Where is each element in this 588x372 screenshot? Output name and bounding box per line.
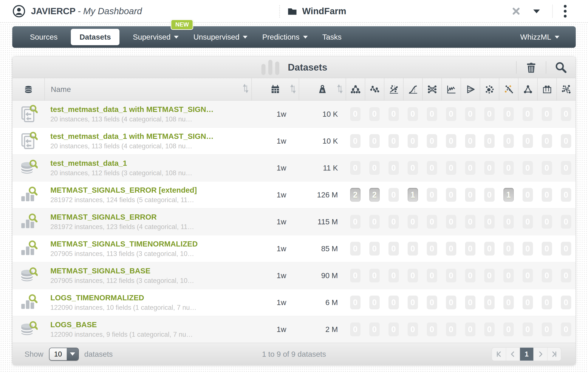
- previous-page-button[interactable]: [506, 348, 520, 361]
- dataset-name-link[interactable]: LOGS_BASE: [50, 320, 251, 329]
- count-cell: 0: [346, 215, 365, 229]
- user-avatar-icon[interactable]: [12, 5, 25, 18]
- count-cell: 0: [556, 161, 576, 175]
- nav-unsupervised[interactable]: Unsupervised: [186, 33, 255, 41]
- association-column-header[interactable]: [518, 78, 537, 100]
- count-cell: 0: [518, 296, 537, 309]
- project-selector[interactable]: WindFarm: [287, 0, 346, 22]
- model-count-badge: 0: [350, 215, 360, 229]
- model-column-header[interactable]: [346, 78, 365, 100]
- page-size-select[interactable]: 10: [49, 348, 79, 361]
- dataset-name-link[interactable]: METMAST_SIGNALS_BASE: [50, 266, 251, 275]
- dataset-size: 11 K: [299, 164, 346, 172]
- count-cell: 0: [384, 296, 403, 309]
- sort-by-name[interactable]: [243, 83, 248, 96]
- deepnet-count-badge: 0: [427, 215, 437, 229]
- cluster-count-badge: 0: [484, 107, 494, 121]
- count-cell: 0: [346, 296, 365, 309]
- table-row[interactable]: METMAST_SIGNALS_ERROR [extended]281972 i…: [12, 181, 576, 208]
- association-count-badge: 0: [523, 107, 533, 121]
- kebab-menu-icon[interactable]: [564, 4, 567, 18]
- dataset-name-link[interactable]: METMAST_SIGNALS_TIMENORMALIZED: [50, 240, 251, 248]
- time-series-count-badge: 0: [446, 269, 456, 282]
- table-row[interactable]: test_metmast_data_1 with METMAST_SIGN…20…: [12, 128, 576, 154]
- anomaly-count-badge: 0: [504, 134, 514, 148]
- table-row[interactable]: LOGS_BASE122090 instances, 9 fields (1 c…: [12, 316, 576, 343]
- count-cell: 0: [480, 161, 499, 175]
- dataset-name-link[interactable]: test_metmast_data_1 with METMAST_SIGN…: [50, 105, 251, 114]
- logistic-regression-count-badge: 0: [408, 269, 418, 282]
- pca-column-header[interactable]: [556, 78, 576, 100]
- count-cell: 0: [441, 296, 461, 309]
- svg-text:B: B: [321, 89, 324, 93]
- count-cell: 0: [365, 242, 384, 255]
- last-page-button[interactable]: [547, 348, 561, 361]
- table-row[interactable]: METMAST_SIGNALS_ERROR281972 instances, 1…: [12, 208, 576, 235]
- count-cell: 0: [346, 161, 365, 175]
- deepnet-count-badge: 0: [427, 269, 437, 282]
- topic-model-count-badge: 0: [542, 107, 552, 121]
- dataset-name-link[interactable]: test_metmast_data_1 with METMAST_SIGN…: [50, 132, 251, 141]
- linear-regression-count-badge: 0: [388, 215, 399, 229]
- dataset-age: 1w: [251, 298, 299, 307]
- dataset-age: 1w: [251, 244, 299, 253]
- trash-icon[interactable]: [516, 61, 546, 74]
- datasets-bars-icon: [261, 58, 281, 76]
- count-cell: 0: [422, 188, 441, 202]
- close-project-icon[interactable]: [511, 6, 521, 16]
- anomaly-column-header[interactable]: [499, 78, 518, 100]
- pca-count-badge: 0: [561, 134, 571, 148]
- dataset-age: 1w: [251, 325, 299, 334]
- ensemble-count-badge: 0: [369, 107, 380, 121]
- dataset-size: 115 M: [299, 217, 346, 226]
- dataset-age: 1w: [251, 271, 299, 280]
- count-cell: 0: [441, 134, 461, 148]
- dataset-name-link[interactable]: LOGS_TIMENORMALIZED: [50, 293, 251, 302]
- table-row[interactable]: test_metmast_data_120 instances, 112 fie…: [12, 154, 576, 181]
- ensemble-column-header[interactable]: [365, 78, 384, 100]
- dataset-name-link[interactable]: METMAST_SIGNALS_ERROR: [50, 213, 251, 221]
- topic-model-column-header[interactable]: [537, 78, 556, 100]
- nav-tasks[interactable]: Tasks: [315, 33, 349, 41]
- database-dataset-icon: [12, 320, 44, 339]
- count-cell: 0: [403, 296, 422, 309]
- cluster-column-header[interactable]: [480, 78, 499, 100]
- linear-regression-count-badge: 0: [388, 296, 399, 309]
- dataset-size: 90 M: [299, 271, 346, 280]
- dataset-name-link[interactable]: test_metmast_data_1: [50, 159, 251, 168]
- nav-predictions[interactable]: Predictions: [255, 33, 315, 41]
- count-cell: 0: [556, 296, 576, 309]
- table-row[interactable]: METMAST_SIGNALS_TIMENORMALIZED207905 ins…: [12, 235, 576, 262]
- nav-supervised[interactable]: SupervisedNEW: [126, 33, 186, 41]
- count-cell: 0: [384, 188, 403, 202]
- count-cell: 0: [365, 215, 384, 229]
- current-page-button[interactable]: 1: [520, 348, 533, 361]
- dataset-name-link[interactable]: METMAST_SIGNALS_ERROR [extended]: [50, 186, 251, 194]
- table-row[interactable]: test_metmast_data_1 with METMAST_SIGN…20…: [12, 101, 576, 128]
- time-series-column-header[interactable]: [441, 78, 461, 100]
- count-cell: 0: [403, 161, 422, 175]
- model-icon: [351, 84, 360, 94]
- project-dropdown-icon[interactable]: [532, 6, 542, 16]
- account-dashboard-link[interactable]: JAVIERCP- My Dashboard: [12, 5, 142, 18]
- chevron-down-icon: [243, 36, 248, 39]
- count-cell: 0: [365, 269, 384, 282]
- fusion-column-header[interactable]: [461, 78, 480, 100]
- first-page-button[interactable]: [492, 348, 506, 361]
- chart-dataset-icon: [12, 239, 44, 258]
- table-row[interactable]: LOGS_TIMENORMALIZED122090 instances, 10 …: [12, 289, 576, 316]
- project-name[interactable]: WindFarm: [302, 6, 346, 16]
- logistic-regression-column-header[interactable]: [403, 78, 422, 100]
- count-cell: 0: [384, 269, 403, 282]
- linear-regression-column-header[interactable]: [384, 78, 403, 100]
- nav-whizzml[interactable]: WhizzML: [513, 33, 567, 41]
- sort-by-age[interactable]: [290, 84, 296, 95]
- search-icon[interactable]: [546, 61, 576, 74]
- ensemble-icon: [370, 84, 380, 94]
- next-page-button[interactable]: [533, 348, 547, 361]
- sort-by-size[interactable]: [337, 84, 343, 95]
- nav-sources[interactable]: Sources: [23, 33, 65, 41]
- deepnet-column-header[interactable]: [422, 78, 441, 100]
- table-row[interactable]: METMAST_SIGNALS_BASE207905 instances, 11…: [12, 262, 576, 289]
- nav-datasets-active[interactable]: Datasets: [71, 29, 119, 45]
